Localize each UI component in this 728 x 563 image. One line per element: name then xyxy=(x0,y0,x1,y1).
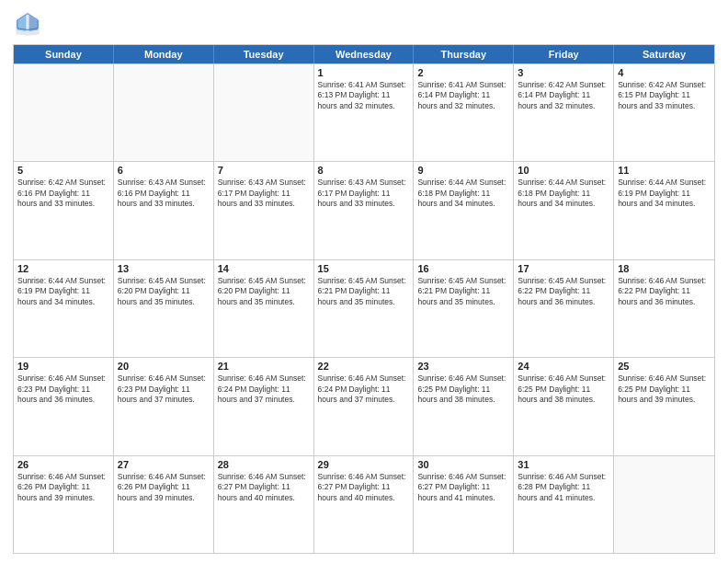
day-info: Sunrise: 6:43 AM Sunset: 6:17 PM Dayligh… xyxy=(218,178,310,209)
day-number: 8 xyxy=(318,165,410,176)
day-number: 12 xyxy=(17,263,109,274)
day-number: 20 xyxy=(118,361,210,372)
calendar-row-1: 1Sunrise: 6:41 AM Sunset: 6:13 PM Daylig… xyxy=(14,63,714,161)
day-info: Sunrise: 6:46 AM Sunset: 6:28 PM Dayligh… xyxy=(518,472,609,503)
calendar-cell: 8Sunrise: 6:43 AM Sunset: 6:17 PM Daylig… xyxy=(314,162,415,259)
calendar-cell: 7Sunrise: 6:43 AM Sunset: 6:17 PM Daylig… xyxy=(214,162,314,259)
header-day-friday: Friday xyxy=(514,45,614,63)
calendar-cell: 24Sunrise: 6:46 AM Sunset: 6:25 PM Dayli… xyxy=(514,358,614,454)
calendar-row-4: 19Sunrise: 6:46 AM Sunset: 6:23 PM Dayli… xyxy=(14,357,714,454)
day-info: Sunrise: 6:45 AM Sunset: 6:21 PM Dayligh… xyxy=(417,276,509,307)
day-number: 15 xyxy=(318,263,410,274)
day-info: Sunrise: 6:46 AM Sunset: 6:26 PM Dayligh… xyxy=(118,472,210,503)
day-number: 28 xyxy=(218,459,310,470)
day-info: Sunrise: 6:46 AM Sunset: 6:23 PM Dayligh… xyxy=(17,373,109,405)
day-number: 3 xyxy=(518,67,609,78)
day-info: Sunrise: 6:45 AM Sunset: 6:22 PM Dayligh… xyxy=(518,276,609,307)
calendar-header: SundayMondayTuesdayWednesdayThursdayFrid… xyxy=(14,45,714,63)
calendar-cell: 23Sunrise: 6:46 AM Sunset: 6:25 PM Dayli… xyxy=(414,358,514,454)
day-number: 16 xyxy=(417,263,509,274)
calendar-cell: 18Sunrise: 6:46 AM Sunset: 6:22 PM Dayli… xyxy=(614,260,714,357)
day-info: Sunrise: 6:45 AM Sunset: 6:21 PM Dayligh… xyxy=(318,276,410,307)
calendar-cell: 26Sunrise: 6:46 AM Sunset: 6:26 PM Dayli… xyxy=(14,456,114,553)
calendar-cell: 11Sunrise: 6:44 AM Sunset: 6:19 PM Dayli… xyxy=(614,162,714,259)
day-number: 7 xyxy=(218,165,310,176)
day-info: Sunrise: 6:46 AM Sunset: 6:24 PM Dayligh… xyxy=(218,373,310,405)
header-day-saturday: Saturday xyxy=(614,45,714,63)
calendar-cell: 13Sunrise: 6:45 AM Sunset: 6:20 PM Dayli… xyxy=(114,260,214,357)
day-number: 27 xyxy=(118,459,210,470)
day-info: Sunrise: 6:46 AM Sunset: 6:23 PM Dayligh… xyxy=(118,373,210,405)
day-info: Sunrise: 6:44 AM Sunset: 6:19 PM Dayligh… xyxy=(618,178,711,209)
day-info: Sunrise: 6:43 AM Sunset: 6:16 PM Dayligh… xyxy=(118,178,210,209)
calendar-cell: 1Sunrise: 6:41 AM Sunset: 6:13 PM Daylig… xyxy=(314,64,415,161)
logo-icon xyxy=(13,9,42,39)
calendar-cell xyxy=(114,64,214,161)
calendar-cell: 15Sunrise: 6:45 AM Sunset: 6:21 PM Dayli… xyxy=(314,260,415,357)
calendar-cell: 31Sunrise: 6:46 AM Sunset: 6:28 PM Dayli… xyxy=(514,456,614,553)
calendar-row-2: 5Sunrise: 6:42 AM Sunset: 6:16 PM Daylig… xyxy=(14,161,714,259)
day-number: 1 xyxy=(318,67,410,78)
calendar-cell: 17Sunrise: 6:45 AM Sunset: 6:22 PM Dayli… xyxy=(514,260,614,357)
day-number: 22 xyxy=(318,361,410,372)
day-number: 24 xyxy=(518,361,609,372)
day-number: 6 xyxy=(118,165,210,176)
day-number: 14 xyxy=(218,263,310,274)
day-info: Sunrise: 6:46 AM Sunset: 6:26 PM Dayligh… xyxy=(17,472,109,503)
day-number: 17 xyxy=(518,263,609,274)
calendar-cell: 10Sunrise: 6:44 AM Sunset: 6:18 PM Dayli… xyxy=(514,162,614,259)
page: SundayMondayTuesdayWednesdayThursdayFrid… xyxy=(0,0,728,563)
calendar-cell: 14Sunrise: 6:45 AM Sunset: 6:20 PM Dayli… xyxy=(214,260,314,357)
day-number: 18 xyxy=(618,263,711,274)
calendar-cell: 30Sunrise: 6:46 AM Sunset: 6:27 PM Dayli… xyxy=(414,456,514,553)
calendar-cell xyxy=(214,64,314,161)
calendar-cell: 27Sunrise: 6:46 AM Sunset: 6:26 PM Dayli… xyxy=(114,456,214,553)
day-number: 25 xyxy=(618,361,711,372)
calendar-cell: 21Sunrise: 6:46 AM Sunset: 6:24 PM Dayli… xyxy=(214,358,314,454)
calendar-cell: 2Sunrise: 6:41 AM Sunset: 6:14 PM Daylig… xyxy=(414,64,514,161)
day-number: 29 xyxy=(318,459,410,470)
header-day-sunday: Sunday xyxy=(14,45,114,63)
calendar-body: 1Sunrise: 6:41 AM Sunset: 6:13 PM Daylig… xyxy=(14,63,714,553)
day-info: Sunrise: 6:45 AM Sunset: 6:20 PM Dayligh… xyxy=(118,276,210,307)
calendar-cell xyxy=(614,456,714,553)
calendar-cell: 9Sunrise: 6:44 AM Sunset: 6:18 PM Daylig… xyxy=(414,162,514,259)
day-number: 5 xyxy=(17,165,109,176)
day-info: Sunrise: 6:41 AM Sunset: 6:14 PM Dayligh… xyxy=(417,80,509,111)
day-number: 21 xyxy=(218,361,310,372)
day-number: 10 xyxy=(518,165,609,176)
day-number: 9 xyxy=(417,165,509,176)
day-number: 19 xyxy=(17,361,109,372)
calendar-cell: 28Sunrise: 6:46 AM Sunset: 6:27 PM Dayli… xyxy=(214,456,314,553)
day-info: Sunrise: 6:46 AM Sunset: 6:25 PM Dayligh… xyxy=(518,373,609,405)
calendar-cell: 20Sunrise: 6:46 AM Sunset: 6:23 PM Dayli… xyxy=(114,358,214,454)
calendar-cell: 5Sunrise: 6:42 AM Sunset: 6:16 PM Daylig… xyxy=(14,162,114,259)
day-info: Sunrise: 6:45 AM Sunset: 6:20 PM Dayligh… xyxy=(218,276,310,307)
day-info: Sunrise: 6:46 AM Sunset: 6:25 PM Dayligh… xyxy=(417,373,509,405)
day-info: Sunrise: 6:42 AM Sunset: 6:15 PM Dayligh… xyxy=(618,80,711,111)
day-info: Sunrise: 6:46 AM Sunset: 6:25 PM Dayligh… xyxy=(618,373,711,405)
day-number: 13 xyxy=(118,263,210,274)
day-number: 2 xyxy=(417,67,509,78)
header-day-monday: Monday xyxy=(114,45,214,63)
calendar-row-5: 26Sunrise: 6:46 AM Sunset: 6:26 PM Dayli… xyxy=(14,455,714,553)
calendar-cell: 4Sunrise: 6:42 AM Sunset: 6:15 PM Daylig… xyxy=(614,64,714,161)
header xyxy=(13,9,715,39)
calendar-cell: 12Sunrise: 6:44 AM Sunset: 6:19 PM Dayli… xyxy=(14,260,114,357)
day-info: Sunrise: 6:46 AM Sunset: 6:27 PM Dayligh… xyxy=(318,472,410,503)
day-number: 31 xyxy=(518,459,609,470)
calendar-cell: 22Sunrise: 6:46 AM Sunset: 6:24 PM Dayli… xyxy=(314,358,415,454)
calendar-cell: 29Sunrise: 6:46 AM Sunset: 6:27 PM Dayli… xyxy=(314,456,415,553)
calendar-cell: 3Sunrise: 6:42 AM Sunset: 6:14 PM Daylig… xyxy=(514,64,614,161)
day-info: Sunrise: 6:41 AM Sunset: 6:13 PM Dayligh… xyxy=(318,80,410,111)
day-info: Sunrise: 6:44 AM Sunset: 6:19 PM Dayligh… xyxy=(17,276,109,307)
calendar-cell: 25Sunrise: 6:46 AM Sunset: 6:25 PM Dayli… xyxy=(614,358,714,454)
calendar-row-3: 12Sunrise: 6:44 AM Sunset: 6:19 PM Dayli… xyxy=(14,259,714,357)
day-info: Sunrise: 6:46 AM Sunset: 6:24 PM Dayligh… xyxy=(318,373,410,405)
day-info: Sunrise: 6:42 AM Sunset: 6:14 PM Dayligh… xyxy=(518,80,609,111)
day-info: Sunrise: 6:44 AM Sunset: 6:18 PM Dayligh… xyxy=(417,178,509,209)
day-number: 23 xyxy=(417,361,509,372)
day-info: Sunrise: 6:44 AM Sunset: 6:18 PM Dayligh… xyxy=(518,178,609,209)
day-info: Sunrise: 6:46 AM Sunset: 6:27 PM Dayligh… xyxy=(218,472,310,503)
day-info: Sunrise: 6:46 AM Sunset: 6:27 PM Dayligh… xyxy=(417,472,509,503)
